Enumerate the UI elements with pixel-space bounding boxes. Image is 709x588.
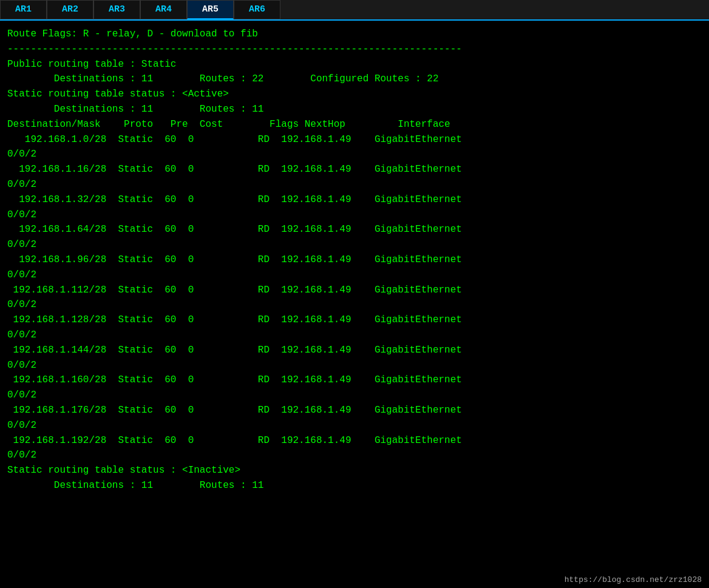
terminal-line: 0/0/2 xyxy=(7,268,702,283)
terminal-line: 0/0/2 xyxy=(7,358,702,373)
terminal-line: 192.168.1.96/28 Static 60 0 RD 192.168.1… xyxy=(7,252,702,268)
terminal-line: 0/0/2 xyxy=(7,418,702,433)
terminal-line: Destinations : 11 Routes : 22 Configured… xyxy=(7,72,702,87)
tab-ar4[interactable]: AR4 xyxy=(140,0,187,19)
terminal-line: 0/0/2 xyxy=(7,147,702,162)
terminal-line: 0/0/2 xyxy=(7,297,702,313)
terminal-line: 192.168.1.0/28 Static 60 0 RD 192.168.1.… xyxy=(7,132,702,147)
terminal-line: Destinations : 11 Routes : 11 xyxy=(7,478,702,493)
terminal-line: Route Flags: R - relay, D - download to … xyxy=(7,27,702,42)
tab-ar6[interactable]: AR6 xyxy=(234,0,280,19)
terminal-line: 192.168.1.64/28 Static 60 0 RD 192.168.1… xyxy=(7,222,702,237)
url-bar: https://blog.csdn.net/zrz1028 xyxy=(565,575,702,584)
terminal: Route Flags: R - relay, D - download to … xyxy=(0,21,709,499)
terminal-line: 192.168.1.160/28 Static 60 0 RD 192.168.… xyxy=(7,373,702,388)
terminal-line: Destinations : 11 Routes : 11 xyxy=(7,102,702,117)
terminal-line: Public routing table : Static xyxy=(7,57,702,72)
terminal-line: 192.168.1.32/28 Static 60 0 RD 192.168.1… xyxy=(7,192,702,208)
terminal-line: Destination/Mask Proto Pre Cost Flags Ne… xyxy=(7,117,702,132)
tab-ar3[interactable]: AR3 xyxy=(93,0,140,19)
tab-ar5[interactable]: AR5 xyxy=(187,0,234,19)
tab-ar2[interactable]: AR2 xyxy=(47,0,93,19)
terminal-line: Static routing table status : <Active> xyxy=(7,87,702,102)
tab-ar1[interactable]: AR1 xyxy=(0,0,47,19)
terminal-line: 192.168.1.112/28 Static 60 0 RD 192.168.… xyxy=(7,283,702,298)
terminal-line: 192.168.1.176/28 Static 60 0 RD 192.168.… xyxy=(7,403,702,418)
terminal-line: 0/0/2 xyxy=(7,237,702,252)
terminal-line: 0/0/2 xyxy=(7,388,702,403)
terminal-line: 192.168.1.16/28 Static 60 0 RD 192.168.1… xyxy=(7,162,702,177)
terminal-line: 0/0/2 xyxy=(7,448,702,463)
terminal-line: 192.168.1.144/28 Static 60 0 RD 192.168.… xyxy=(7,343,702,358)
terminal-line: 192.168.1.192/28 Static 60 0 RD 192.168.… xyxy=(7,433,702,448)
terminal-line: ----------------------------------------… xyxy=(7,42,702,57)
terminal-line: 0/0/2 xyxy=(7,177,702,192)
terminal-line: 0/0/2 xyxy=(7,208,702,223)
terminal-line: Static routing table status : <Inactive> xyxy=(7,463,702,478)
terminal-line: 192.168.1.128/28 Static 60 0 RD 192.168.… xyxy=(7,313,702,328)
tabs-bar: AR1AR2AR3AR4AR5AR6 xyxy=(0,0,709,21)
terminal-line: 0/0/2 xyxy=(7,328,702,343)
